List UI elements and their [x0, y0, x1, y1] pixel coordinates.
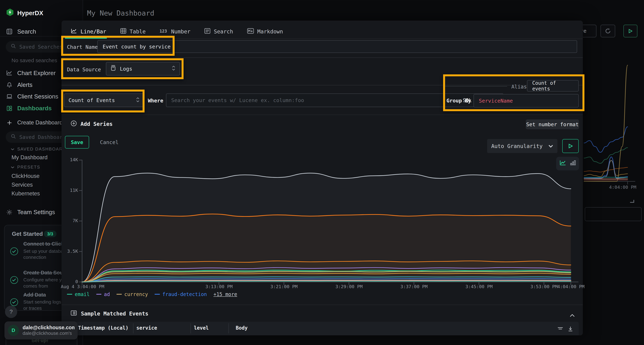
- sidebar-item-label: Search: [17, 28, 36, 35]
- event-count-chart[interactable]: [66, 157, 580, 291]
- tab-table[interactable]: Table: [120, 28, 146, 35]
- granularity-value: Auto Granularity: [491, 143, 542, 149]
- help-button[interactable]: ?: [5, 306, 17, 318]
- cancel-button[interactable]: Cancel: [96, 136, 122, 149]
- chart-name-value: Event count by service: [103, 44, 171, 50]
- section-saved-dashboards[interactable]: SAVED DASHBOARDS: [11, 147, 70, 152]
- tab-line-icon: [71, 28, 77, 35]
- legend-item-ad[interactable]: ad: [96, 291, 110, 297]
- group-by-label: Group By: [446, 98, 471, 104]
- legend-item-currency[interactable]: currency: [116, 291, 148, 297]
- laptop-icon: [6, 93, 13, 100]
- logo[interactable]: HyperDX: [6, 8, 43, 18]
- create-dashboard-label: Create Dashboard: [17, 119, 62, 126]
- help-label: ?: [10, 309, 13, 315]
- group-by-input[interactable]: ServiceName: [474, 94, 579, 108]
- background-x-tick-label: 4:04:00 PM: [609, 185, 636, 190]
- column-header-body[interactable]: Body: [236, 325, 248, 331]
- background-tile-chart: [583, 61, 644, 197]
- alias-value: Count of events: [532, 80, 573, 91]
- download-icon[interactable]: [568, 326, 573, 333]
- set-number-format-button[interactable]: Set number format: [526, 119, 579, 129]
- updown-chevrons-icon: [136, 97, 140, 104]
- saved-searches-placeholder: Saved Searches: [19, 44, 62, 50]
- x-tick-label: 3:13:00 PM: [205, 284, 232, 289]
- background-input[interactable]: [585, 207, 642, 221]
- alias-label: Alias: [511, 84, 527, 90]
- legend-more-link[interactable]: +15 more: [214, 291, 237, 297]
- sidebar-item-label: Chart Explorer: [17, 70, 56, 76]
- hyperdx-logo-icon: [6, 8, 14, 18]
- user-profile-popover[interactable]: D dale@clickhouse.com dale@clickhouse.co…: [4, 322, 78, 340]
- legend-item-fraud-detection[interactable]: fraud-detection: [154, 291, 207, 297]
- dashboard-link[interactable]: ClickHouse: [12, 173, 40, 179]
- cancel-label: Cancel: [100, 139, 118, 145]
- column-header-level[interactable]: level: [194, 325, 209, 331]
- data-source-select[interactable]: Logs: [106, 62, 180, 76]
- refresh-button[interactable]: [600, 25, 616, 37]
- x-tick-label: Aug 4 3:04:00 PM: [61, 284, 104, 289]
- alias-input[interactable]: Count of events: [527, 80, 579, 91]
- aggregation-value: Count of Events: [68, 97, 115, 103]
- run-query-button[interactable]: [624, 25, 638, 37]
- get-started-badge: 3/3: [44, 231, 56, 237]
- grid-icon: [6, 105, 13, 112]
- dashboard-link[interactable]: Services: [12, 182, 33, 188]
- page-title: My New Dashboard: [87, 9, 154, 17]
- profile-name: dale@clickhouse.com: [22, 325, 74, 331]
- section-presets[interactable]: PRESETS: [11, 165, 40, 170]
- dashboard-link[interactable]: My Dashboard: [12, 154, 48, 161]
- tab-label: Markdown: [257, 28, 283, 35]
- chevron-up-icon[interactable]: [570, 311, 575, 319]
- where-label: Where: [148, 98, 163, 104]
- play-button[interactable]: [562, 139, 579, 153]
- resize-handle-icon[interactable]: [630, 200, 634, 203]
- y-tick-label: 11K: [62, 188, 78, 193]
- tab-label: Number: [171, 28, 190, 35]
- app-root: My New Dashboard Save 4:04:00 PM HyperDX…: [0, 0, 644, 345]
- save-button[interactable]: Save: [65, 136, 89, 149]
- tab-table-icon: [120, 28, 126, 35]
- column-separator[interactable]: [190, 323, 191, 333]
- x-tick-label: 4:04:00 PM: [557, 284, 584, 289]
- sidebar-item-label: Team Settings: [17, 209, 55, 216]
- chart-name-input[interactable]: Event count by service: [97, 40, 577, 53]
- column-separator[interactable]: [133, 323, 134, 333]
- updown-chevrons-icon: [172, 65, 176, 72]
- legend-label: email: [75, 291, 90, 297]
- tab-search[interactable]: Search: [204, 28, 233, 35]
- chart-editor-modal: Line/BarTable123NumberSearchMarkdown Cha…: [62, 20, 583, 335]
- logo-text: HyperDX: [17, 10, 43, 17]
- chevron-down-icon: [11, 147, 14, 152]
- legend-swatch: [96, 294, 102, 295]
- column-separator[interactable]: [228, 323, 229, 333]
- dashboard-link[interactable]: Kubernetes: [12, 190, 40, 197]
- column-settings-icon[interactable]: [558, 326, 563, 333]
- granularity-select[interactable]: Auto Granularity: [487, 139, 558, 153]
- add-series-button[interactable]: Add Series: [71, 120, 113, 128]
- gear-icon: [6, 209, 13, 216]
- chart-legend: emailadcurrencyfraud-detection+15 more: [67, 291, 237, 297]
- sample-events-header[interactable]: Sample Matched Events: [71, 310, 148, 317]
- x-tick-label: 3:29:00 PM: [336, 284, 362, 289]
- get-started-title: Get Started: [12, 231, 43, 237]
- y-tick-label: 14K: [62, 157, 78, 162]
- column-header-service[interactable]: service: [136, 325, 157, 331]
- x-tick-label: 3:21:00 PM: [270, 284, 298, 289]
- chart-type-tabs: Line/BarTable123NumberSearchMarkdown: [71, 25, 283, 38]
- plus-icon: [6, 119, 13, 126]
- legend-swatch: [116, 294, 122, 295]
- set-number-format-label: Set number format: [526, 121, 579, 127]
- chart-name-label: Chart Name: [67, 44, 98, 50]
- line-chart-icon: [6, 70, 13, 76]
- database-icon: [110, 65, 116, 72]
- column-header-timestamp-local-[interactable]: Timestamp (Local): [78, 325, 128, 331]
- add-series-label: Add Series: [80, 121, 113, 127]
- aggregation-select[interactable]: Count of Events: [64, 93, 144, 107]
- tab-line-bar[interactable]: Line/Bar: [71, 28, 106, 35]
- tab-markdown[interactable]: Markdown: [247, 28, 283, 35]
- tab-123-icon: 123: [160, 28, 168, 35]
- legend-item-email[interactable]: email: [67, 291, 90, 297]
- tab-number[interactable]: 123Number: [160, 28, 190, 35]
- profile-subtitle: dale@clickhouse.com's: [22, 331, 74, 336]
